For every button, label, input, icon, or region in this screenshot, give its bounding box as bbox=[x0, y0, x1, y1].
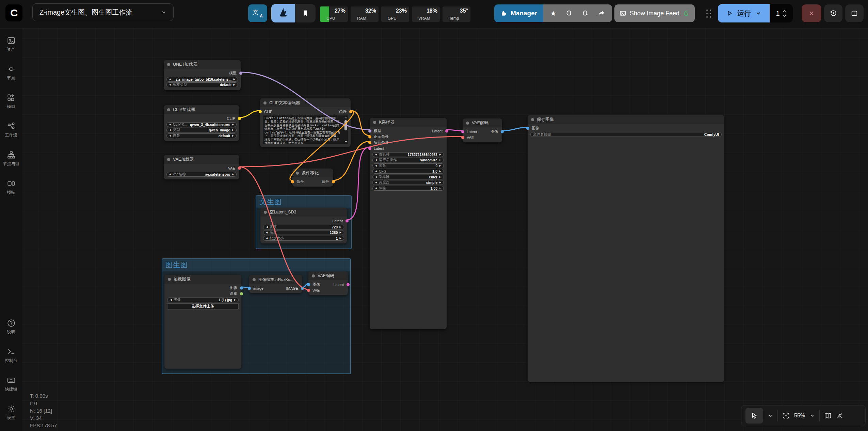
increment-arrow-icon[interactable]: ▶ bbox=[232, 173, 234, 176]
show-image-feed-button[interactable]: Show Image Feed bbox=[614, 4, 695, 22]
scrollbar-thumb[interactable] bbox=[344, 120, 347, 130]
node-empty-latent[interactable]: 空Latent_SD3 Latent ◀ 宽度 720 ▶ ◀ 高度 1280 … bbox=[260, 208, 347, 243]
decrement-arrow-icon[interactable]: ◀ bbox=[169, 129, 171, 131]
decrement-arrow-icon[interactable]: ◀ bbox=[169, 83, 171, 86]
widget-clip-device[interactable]: ◀ 设备 default ▶ bbox=[166, 133, 237, 138]
input-port-vae[interactable] bbox=[307, 289, 310, 292]
comfyui-logo[interactable]: C bbox=[5, 4, 22, 21]
decrement-arrow-icon[interactable]: ◀ bbox=[266, 226, 268, 228]
output-port-image[interactable] bbox=[240, 286, 243, 289]
decrement-arrow-icon[interactable]: ◀ bbox=[375, 153, 377, 156]
decrement-arrow-icon[interactable]: ◀ bbox=[169, 78, 171, 81]
increment-arrow-icon[interactable]: ▶ bbox=[439, 164, 441, 167]
widget-batch-size[interactable]: ◀ 批次大小 1 ▶ bbox=[263, 236, 344, 241]
drag-handle[interactable] bbox=[706, 10, 712, 18]
increment-arrow-icon[interactable]: ▶ bbox=[232, 123, 234, 126]
stepper-up-icon[interactable] bbox=[783, 10, 787, 13]
decrement-arrow-icon[interactable]: ◀ bbox=[375, 159, 377, 161]
increment-arrow-icon[interactable]: ▶ bbox=[439, 170, 441, 173]
decrement-arrow-icon[interactable]: ◀ bbox=[169, 134, 171, 137]
stepper-down-icon[interactable] bbox=[783, 14, 787, 17]
decrement-arrow-icon[interactable]: ◀ bbox=[375, 187, 377, 190]
widget-scheduler[interactable]: ◀ 调度器 simple ▶ bbox=[372, 180, 444, 185]
output-port-image[interactable] bbox=[501, 130, 504, 133]
zoom-level[interactable]: 55% bbox=[794, 413, 805, 419]
widget-clip-type[interactable]: ◀ 类型 qwen_image ▶ bbox=[166, 128, 237, 132]
input-port-positive[interactable] bbox=[368, 135, 371, 138]
widget-weight-dtype[interactable]: ◀ 剪枝类型 default ▶ bbox=[166, 82, 238, 87]
input-port-latent[interactable] bbox=[461, 130, 464, 133]
sidebar-item-assets[interactable]: 资产 bbox=[0, 36, 22, 52]
input-port-image[interactable] bbox=[526, 127, 529, 130]
batch-count-field[interactable]: 1 bbox=[770, 4, 793, 22]
widget-seed[interactable]: ◀ 随机种 173272186640933 ▶ bbox=[372, 152, 444, 157]
sailboat-logo-button[interactable] bbox=[271, 4, 295, 22]
decrement-arrow-icon[interactable]: ◀ bbox=[266, 237, 268, 240]
decrement-arrow-icon[interactable]: ◀ bbox=[170, 299, 172, 301]
output-port-model[interactable] bbox=[239, 71, 242, 75]
input-port-clip[interactable] bbox=[259, 110, 262, 113]
custom-a-icon[interactable] bbox=[581, 10, 589, 17]
widget-steps[interactable]: ◀ 步数 9 ▶ bbox=[372, 163, 444, 168]
node-vae-loader[interactable]: VAE加载器 VAE ◀ vae名称 ae.safetensors ▶ bbox=[164, 155, 239, 179]
widget-width[interactable]: ◀ 宽度 720 ▶ bbox=[263, 225, 344, 229]
chevron-down-icon[interactable] bbox=[755, 10, 761, 16]
widget-control-after-generate[interactable]: ◀ 运行后操作 randomize ▶ bbox=[372, 158, 444, 162]
sidebar-item-workflows[interactable]: 工作流 bbox=[0, 122, 22, 138]
scroll-up-icon[interactable]: ▲ bbox=[345, 116, 347, 119]
sidebar-item-help[interactable]: 说明 bbox=[0, 319, 22, 335]
widget-unet-name[interactable]: ◀ z\z_image_turbo_bf16.safetens... ▶ bbox=[166, 77, 238, 82]
decrement-arrow-icon[interactable]: ◀ bbox=[169, 173, 171, 176]
decrement-arrow-icon[interactable]: ◀ bbox=[266, 231, 268, 234]
node-vae-encode[interactable]: VAE编码 图像 Latent VAE bbox=[308, 271, 348, 295]
input-port-vae[interactable] bbox=[461, 136, 464, 139]
increment-arrow-icon[interactable]: ▶ bbox=[439, 159, 441, 161]
output-port-conditioning[interactable] bbox=[349, 110, 352, 113]
output-port-conditioning[interactable] bbox=[332, 180, 335, 183]
decrement-arrow-icon[interactable]: ◀ bbox=[375, 164, 377, 167]
node-unet-loader[interactable]: UNET加载器 模型 ◀ z\z_image_turbo_bf16.safete… bbox=[164, 60, 241, 90]
share-icon[interactable] bbox=[598, 10, 605, 17]
translate-button[interactable]: 文A bbox=[248, 4, 267, 22]
increment-arrow-icon[interactable]: ▶ bbox=[233, 78, 235, 81]
input-port-image[interactable] bbox=[248, 287, 251, 290]
manager-button[interactable]: Manager bbox=[494, 4, 543, 22]
node-save-image[interactable]: 保存图像 图像 文件名前缀 ComfyUI bbox=[528, 115, 724, 382]
scroll-down-icon[interactable]: ▼ bbox=[345, 140, 347, 144]
bookmark-button[interactable] bbox=[295, 4, 316, 22]
increment-arrow-icon[interactable]: ▶ bbox=[339, 231, 341, 234]
increment-arrow-icon[interactable]: ▶ bbox=[339, 226, 341, 228]
input-port-conditioning[interactable] bbox=[291, 180, 294, 183]
increment-arrow-icon[interactable]: ▶ bbox=[439, 153, 441, 156]
output-port-latent[interactable] bbox=[345, 219, 349, 222]
sidebar-item-nodes[interactable]: 节点 bbox=[0, 65, 22, 81]
decrement-arrow-icon[interactable]: ◀ bbox=[375, 181, 377, 184]
widget-denoise[interactable]: ◀ 降噪 1.00 ▶ bbox=[372, 186, 444, 191]
output-port-mask[interactable] bbox=[240, 292, 243, 295]
increment-arrow-icon[interactable]: ▶ bbox=[234, 299, 236, 301]
increment-arrow-icon[interactable]: ▶ bbox=[233, 83, 235, 86]
custom-a-icon[interactable] bbox=[565, 10, 573, 17]
sidebar-item-templates[interactable]: 模板 bbox=[0, 179, 22, 195]
decrement-arrow-icon[interactable]: ◀ bbox=[375, 176, 377, 178]
fit-view-icon[interactable] bbox=[782, 412, 790, 419]
input-port-negative[interactable] bbox=[368, 141, 371, 144]
workflow-title-menu[interactable]: Z-image文生图、图生图工作流 bbox=[32, 3, 174, 21]
minimap-icon[interactable] bbox=[824, 412, 832, 419]
increment-arrow-icon[interactable]: ▶ bbox=[232, 129, 234, 131]
output-port-image[interactable] bbox=[301, 287, 304, 290]
widget-cfg[interactable]: ◀ CFG 1.0 ▶ bbox=[372, 169, 444, 174]
sidebar-item-console[interactable]: 控制台 bbox=[0, 347, 22, 364]
output-port-clip[interactable] bbox=[238, 117, 241, 120]
prompt-textarea[interactable]: Luckin Coffee新品上市宣传海报，蓝莓奶昔闪耀回归。背景为柔和的浅绿色… bbox=[263, 115, 348, 144]
run-button[interactable]: 运行 bbox=[718, 4, 770, 22]
node-vae-decode[interactable]: VAE解码 Latent 图像 VAE bbox=[463, 118, 502, 142]
sidebar-item-models[interactable]: 模型 bbox=[0, 93, 22, 110]
node-conditioning-zero-out[interactable]: 条件零化 条件 条件 bbox=[292, 169, 333, 187]
link-off-icon[interactable] bbox=[836, 412, 843, 419]
decrement-arrow-icon[interactable]: ◀ bbox=[375, 170, 377, 173]
increment-arrow-icon[interactable]: ▶ bbox=[439, 181, 441, 184]
input-port-latent[interactable] bbox=[368, 147, 371, 150]
widget-filename-prefix[interactable]: 文件名前缀 ComfyUI bbox=[530, 132, 722, 137]
chevron-down-icon[interactable] bbox=[768, 413, 773, 418]
